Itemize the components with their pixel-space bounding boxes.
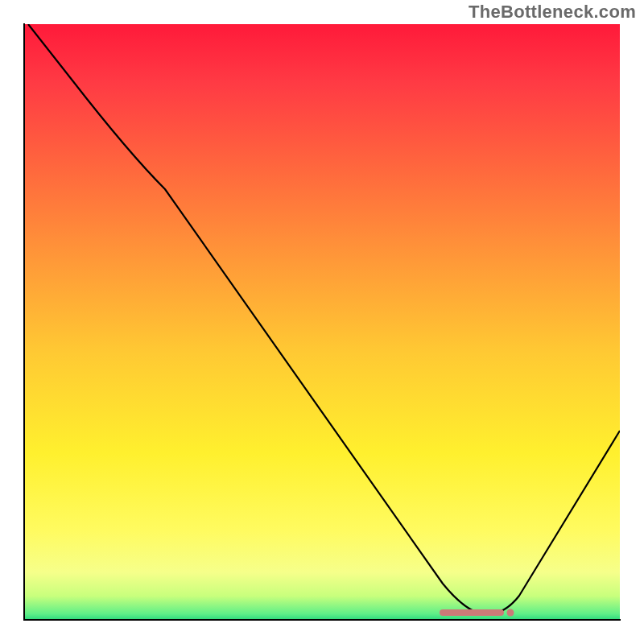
svg-point-1 xyxy=(507,609,514,617)
plot-area xyxy=(24,24,620,620)
bottleneck-curve xyxy=(28,24,620,615)
chart-container: TheBottleneck.com xyxy=(0,0,644,644)
watermark-text: TheBottleneck.com xyxy=(469,2,636,23)
chart-overlay xyxy=(24,24,620,620)
